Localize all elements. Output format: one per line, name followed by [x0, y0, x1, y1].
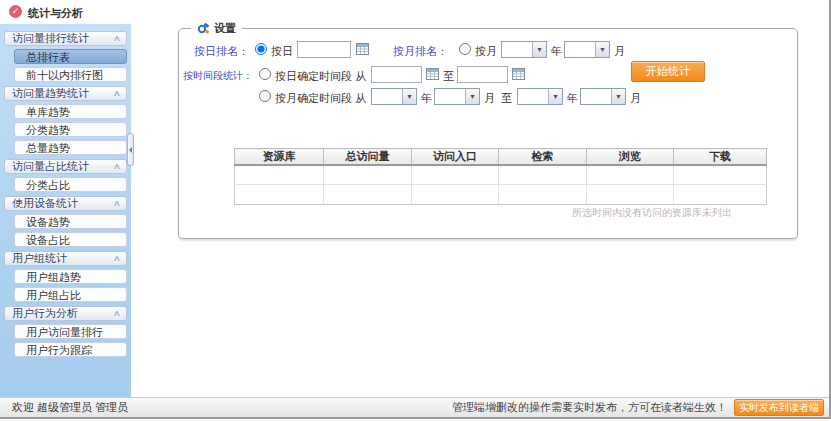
table-cell	[587, 165, 674, 184]
to-month-select[interactable]: ▼	[580, 88, 626, 105]
chevron-down-icon: ▼	[465, 89, 479, 104]
chevron-down-icon: ▼	[532, 42, 546, 57]
sidebar-group-visit-trend-stats[interactable]: 访问量趋势统计 ∧	[4, 86, 127, 101]
month-unit: 月	[614, 44, 625, 59]
settings-icon	[197, 22, 210, 35]
year-unit: 年	[567, 91, 578, 106]
calendar-icon	[512, 67, 525, 80]
table-cell	[499, 184, 587, 204]
column-header[interactable]: 资源库	[235, 149, 324, 166]
chevron-down-icon: ▼	[548, 89, 562, 104]
sidebar: 访问量排行统计 ∧ 总排行表 前十以内排行图 访问量趋势统计 ∧ 单库趋势 分类…	[0, 24, 131, 397]
column-header[interactable]: 总访问量	[324, 149, 412, 166]
sidebar-item-user-visit-rank[interactable]: 用户访问量排行	[14, 324, 127, 339]
sidebar-item-top10-rank-chart[interactable]: 前十以内排行图	[14, 67, 127, 82]
chevron-up-icon[interactable]: ∧	[113, 31, 121, 46]
sidebar-item-single-db-trend[interactable]: 单库趋势	[14, 104, 127, 119]
chevron-up-icon[interactable]: ∧	[113, 306, 121, 321]
sidebar-item-usergroup-trend[interactable]: 用户组趋势	[14, 269, 127, 284]
monthly-radio-label: 按月	[475, 44, 497, 59]
table-cell	[674, 165, 767, 184]
sidebar-group-label: 访问量排行统计	[12, 31, 89, 46]
settings-legend: 设置	[191, 21, 242, 36]
month-unit: 月	[484, 91, 495, 106]
sidebar-collapse-handle[interactable]	[127, 133, 134, 166]
table-row	[235, 165, 767, 184]
sidebar-group-visit-rank-stats[interactable]: 访问量排行统计 ∧	[4, 31, 127, 46]
column-header[interactable]: 下载	[674, 149, 767, 166]
period-to-date-input[interactable]	[457, 66, 508, 83]
chevron-down-icon: ▼	[595, 42, 609, 57]
from-month-select[interactable]: ▼	[434, 88, 480, 105]
sidebar-group-label: 用户组统计	[12, 251, 67, 266]
sidebar-item-total-rank-table[interactable]: 总排行表	[14, 49, 127, 64]
chevron-down-icon: ▼	[402, 89, 416, 104]
to-label: 至	[501, 91, 512, 106]
realtime-publish-button[interactable]: 实时发布到读者端	[734, 399, 824, 416]
period-stats-label: 按时间段统计：	[179, 69, 253, 83]
table-row	[235, 184, 767, 204]
period-from-date-input[interactable]	[371, 66, 422, 83]
sidebar-item-usergroup-share[interactable]: 用户组占比	[14, 287, 127, 302]
monthly-month-select[interactable]: ▼	[564, 41, 610, 58]
calendar-icon	[356, 42, 369, 55]
period-daily-radio[interactable]	[259, 68, 271, 80]
settings-panel: 设置 按日排名： 按日 按月排名： 按月 ▼ 年 ▼ 月 按时间段统计： 按日确…	[178, 28, 798, 239]
table-cell	[412, 165, 499, 184]
arrow-left-icon	[129, 147, 132, 153]
sidebar-group-visit-share-stats[interactable]: 访问量占比统计 ∧	[4, 159, 127, 174]
period-daily-radio-label: 按日确定时间段 从	[275, 69, 366, 84]
column-header[interactable]: 访问入口	[412, 149, 499, 166]
chevron-up-icon[interactable]: ∧	[113, 196, 121, 211]
table-cell	[235, 165, 324, 184]
table-cell	[587, 184, 674, 204]
from-year-select[interactable]: ▼	[371, 88, 417, 105]
column-header[interactable]: 检索	[499, 149, 587, 166]
monthly-rank-label: 按月排名：	[393, 44, 448, 59]
page-title: 统计与分析	[28, 6, 83, 21]
sidebar-item-total-trend[interactable]: 总量趋势	[14, 140, 127, 155]
sidebar-item-device-share[interactable]: 设备占比	[14, 232, 127, 247]
app-window: ✓ 统计与分析 访问量排行统计 ∧ 总排行表 前十以内排行图 访问量趋势统计 ∧…	[0, 0, 831, 421]
monthly-rank-radio[interactable]	[459, 43, 471, 55]
year-unit: 年	[421, 91, 432, 106]
table-cell	[412, 184, 499, 204]
to-date-picker-button[interactable]	[511, 67, 525, 81]
chevron-up-icon[interactable]: ∧	[113, 251, 121, 266]
start-statistics-button[interactable]: 开始统计	[631, 61, 705, 82]
period-monthly-radio-label: 按月确定时间段 从	[275, 91, 366, 106]
sidebar-item-device-trend[interactable]: 设备趋势	[14, 214, 127, 229]
sidebar-group-device-stats[interactable]: 使用设备统计 ∧	[4, 196, 127, 211]
daily-date-picker-button[interactable]	[355, 42, 369, 56]
daily-radio-label: 按日	[271, 44, 293, 59]
chevron-up-icon[interactable]: ∧	[113, 86, 121, 101]
from-date-picker-button[interactable]	[425, 67, 439, 81]
table-cell	[235, 184, 324, 204]
sidebar-item-category-share[interactable]: 分类占比	[14, 177, 127, 192]
sidebar-group-user-behavior-analysis[interactable]: 用户行为分析 ∧	[4, 306, 127, 321]
sidebar-group-usergroup-stats[interactable]: 用户组统计 ∧	[4, 251, 127, 266]
daily-rank-radio[interactable]	[255, 43, 267, 55]
sidebar-group-label: 访问量占比统计	[12, 159, 89, 174]
table-cell	[324, 184, 412, 204]
sidebar-item-user-behavior-tracking[interactable]: 用户行为跟踪	[14, 342, 127, 357]
sidebar-item-category-trend[interactable]: 分类趋势	[14, 122, 127, 137]
column-header[interactable]: 浏览	[587, 149, 674, 166]
check-badge-icon: ✓	[9, 5, 22, 18]
sidebar-group-label: 用户行为分析	[12, 306, 78, 321]
period-monthly-radio[interactable]	[259, 90, 271, 102]
status-bar: 欢迎 超级管理员 管理员 管理端增删改的操作需要实时发布，方可在读者端生效！ 实…	[0, 397, 829, 417]
sidebar-group-label: 使用设备统计	[12, 196, 78, 211]
publish-notice-text: 管理端增删改的操作需要实时发布，方可在读者端生效！	[452, 400, 727, 415]
chevron-up-icon[interactable]: ∧	[113, 159, 121, 174]
window-bottom-border	[0, 417, 829, 419]
month-unit: 月	[630, 91, 641, 106]
app-header: ✓ 统计与分析	[0, 0, 829, 24]
daily-date-input[interactable]	[297, 41, 351, 58]
to-label: 至	[443, 69, 454, 84]
results-table: 资源库 总访问量 访问入口 检索 浏览 下载	[234, 148, 767, 205]
monthly-year-select[interactable]: ▼	[501, 41, 547, 58]
calendar-icon	[426, 67, 439, 80]
sidebar-group-label: 访问量趋势统计	[12, 86, 89, 101]
to-year-select[interactable]: ▼	[517, 88, 563, 105]
